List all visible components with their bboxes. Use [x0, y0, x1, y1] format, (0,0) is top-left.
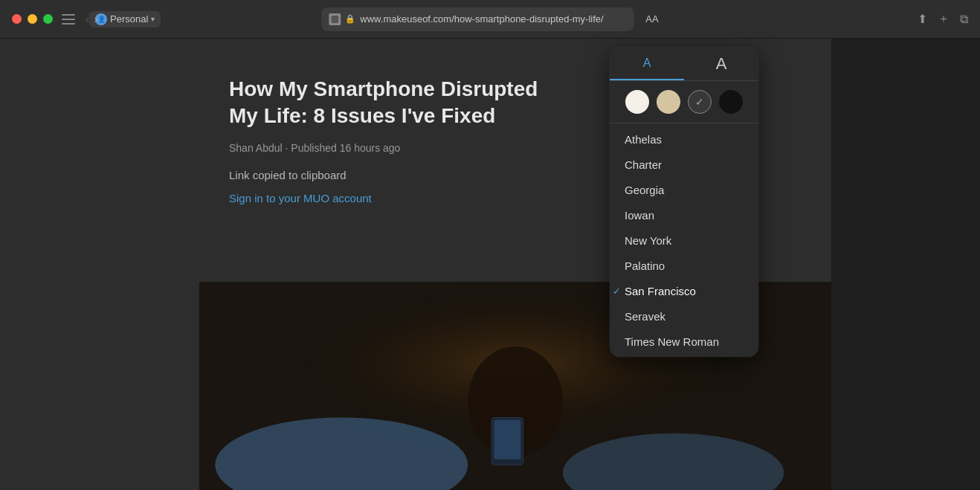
chevron-down-icon: ▾: [151, 15, 155, 23]
svg-rect-0: [331, 16, 338, 23]
font-label: Iowan: [625, 209, 654, 222]
font-list: Athelas Charter Georgia Iowan New York P…: [610, 123, 758, 357]
main-area: How My Smartphone Disrupted My Life: 8 I…: [0, 39, 980, 490]
font-item-palatino[interactable]: Palatino: [610, 253, 758, 278]
address-bar[interactable]: 🔒 www.makeuseof.com/how-smartphone-disru…: [321, 7, 634, 31]
font-item-seravek[interactable]: Seravek: [610, 303, 758, 329]
font-item-charter[interactable]: Charter: [610, 152, 758, 177]
font-label: Charter: [625, 158, 662, 171]
reader-tabs: A A: [610, 48, 758, 81]
article-title: How My Smartphone Disrupted My Life: 8 I…: [229, 76, 571, 130]
new-tab-icon[interactable]: ＋: [938, 11, 950, 27]
traffic-lights: [12, 14, 53, 24]
tab-large-a[interactable]: A: [684, 48, 758, 80]
small-a-label: A: [643, 57, 651, 70]
sign-in-link[interactable]: Sign in to your MUO account: [229, 192, 372, 204]
svg-rect-7: [494, 420, 520, 460]
toolbar-right: ⬆ ＋ ⧉: [918, 11, 968, 27]
swatch-dark[interactable]: ✓: [688, 90, 712, 114]
font-label: Palatino: [625, 259, 665, 272]
selected-checkmark-icon: ✓: [613, 286, 621, 297]
back-button[interactable]: ‹: [86, 13, 89, 26]
reader-mode-button[interactable]: AA: [645, 13, 658, 25]
large-a-label: A: [716, 54, 727, 74]
article-sidebar-bg: [0, 39, 199, 490]
font-item-sanfrancisco[interactable]: ✓ San Francisco: [610, 278, 758, 303]
font-item-timesnewroman[interactable]: Times New Roman: [610, 329, 758, 354]
font-item-iowan[interactable]: Iowan: [610, 202, 758, 228]
lock-icon: 🔒: [345, 14, 355, 24]
font-label: Georgia: [625, 184, 664, 196]
profile-pill[interactable]: 👤 Personal ▾: [89, 11, 161, 28]
swatch-black[interactable]: [719, 90, 743, 114]
font-label: Seravek: [625, 310, 665, 323]
font-item-georgia[interactable]: Georgia: [610, 177, 758, 202]
font-item-newyork[interactable]: New York: [610, 228, 758, 253]
font-label: San Francisco: [625, 285, 696, 297]
titlebar: 👤 Personal ▾ ‹ › 🔒 www.makeuseof.com/how…: [0, 0, 980, 39]
url-text: www.makeuseof.com/how-smartphone-disrupt…: [360, 13, 626, 25]
tab-small-a[interactable]: A: [610, 48, 684, 80]
right-area: [831, 39, 980, 490]
font-label: New York: [625, 234, 671, 247]
profile-label: Personal: [110, 13, 148, 25]
swatch-beige[interactable]: [657, 90, 680, 114]
address-bar-container: 🔒 www.makeuseof.com/how-smartphone-disru…: [321, 7, 658, 31]
reader-font-popup: A A ✓ Athelas Charter Georgia: [610, 48, 758, 357]
font-item-athelas[interactable]: Athelas: [610, 126, 758, 152]
fullscreen-button[interactable]: [43, 14, 53, 24]
font-label: Times New Roman: [625, 335, 719, 348]
close-button[interactable]: [12, 14, 22, 24]
checkmark-icon: ✓: [695, 96, 704, 108]
font-label: Athelas: [625, 133, 662, 146]
swatch-white[interactable]: [625, 90, 649, 114]
favicon-icon: [329, 13, 341, 25]
minimize-button[interactable]: [28, 14, 37, 24]
sidebar-toggle-button[interactable]: [62, 14, 75, 25]
color-swatches: ✓: [610, 81, 758, 123]
tabs-overview-icon[interactable]: ⧉: [960, 13, 968, 26]
forward-button[interactable]: ›: [94, 13, 97, 26]
share-icon[interactable]: ⬆: [918, 12, 927, 26]
